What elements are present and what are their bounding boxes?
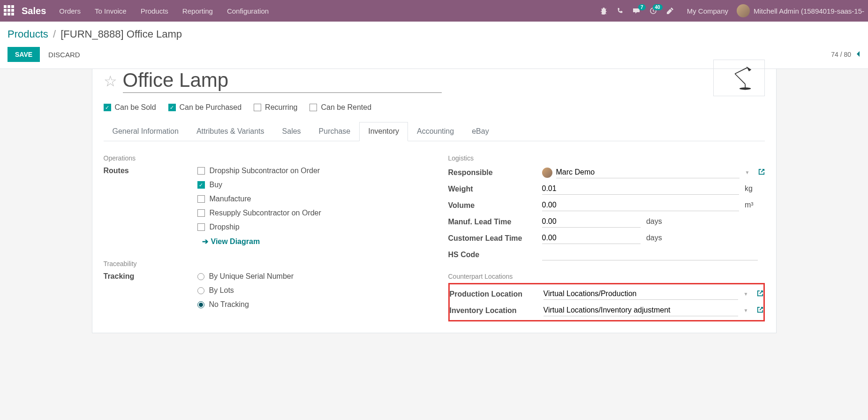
hscode-label: HS Code <box>448 251 542 259</box>
cust-lead-input[interactable] <box>542 232 641 244</box>
hscode-input[interactable] <box>542 249 758 260</box>
bug-icon[interactable] <box>600 7 607 15</box>
tab-accounting[interactable]: Accounting <box>408 122 463 141</box>
tracking-lots[interactable]: By Lots <box>197 286 420 295</box>
nav-brand[interactable]: Sales <box>22 6 46 16</box>
section-counterpart: Counterpart Locations <box>448 273 765 280</box>
checkbox-icon: ✓ <box>168 104 176 111</box>
checkbox-icon <box>254 104 261 111</box>
pager-prev-icon[interactable] <box>856 50 860 60</box>
volume-unit: m³ <box>745 201 754 209</box>
user-name: Mitchell Admin (15894019-saas-15- <box>754 7 864 15</box>
chevron-down-icon[interactable]: ▼ <box>744 291 748 297</box>
tracking-none[interactable]: No Tracking <box>197 300 420 309</box>
prod-loc-input[interactable] <box>543 288 738 300</box>
activities-icon[interactable]: 40 <box>649 7 657 15</box>
chevron-down-icon[interactable]: ▼ <box>744 308 748 313</box>
tracking-label: Tracking <box>104 272 197 281</box>
navbar: Sales Orders To Invoice Products Reporti… <box>0 0 868 22</box>
tab-purchase[interactable]: Purchase <box>310 122 360 141</box>
checkbox-icon: ✓ <box>197 181 205 189</box>
manuf-unit: days <box>646 217 662 225</box>
breadcrumb-products[interactable]: Products <box>8 28 48 40</box>
pager-text: 74 / 80 <box>831 51 851 58</box>
messages-icon[interactable]: 7 <box>633 7 640 15</box>
radio-icon <box>197 273 204 280</box>
apps-icon[interactable] <box>4 5 15 16</box>
checkbox-icon: ✓ <box>104 104 111 111</box>
phone-icon[interactable] <box>617 8 623 14</box>
route-resupply-sub[interactable]: Resupply Subcontractor on Order <box>197 209 420 217</box>
messages-badge: 7 <box>638 4 646 10</box>
chevron-down-icon[interactable]: ▼ <box>745 170 750 175</box>
route-dropship-sub-order[interactable]: Dropship Subcontractor on Order <box>197 167 420 175</box>
nav-orders[interactable]: Orders <box>59 7 81 15</box>
route-buy[interactable]: ✓ Buy <box>197 181 420 189</box>
nav-to-invoice[interactable]: To Invoice <box>95 7 127 15</box>
favorite-star-icon[interactable]: ☆ <box>104 72 117 90</box>
user-menu[interactable]: Mitchell Admin (15894019-saas-15- <box>737 4 864 17</box>
tracking-serial[interactable]: By Unique Serial Number <box>197 272 420 281</box>
cb-can-be-purchased[interactable]: ✓ Can be Purchased <box>168 103 242 112</box>
product-name-input[interactable] <box>123 69 442 93</box>
radio-icon <box>197 301 204 308</box>
checkbox-icon <box>309 104 317 111</box>
section-logistics: Logistics <box>448 154 765 162</box>
breadcrumb-current: [FURN_8888] Office Lamp <box>60 28 182 40</box>
cust-unit: days <box>646 234 662 242</box>
inv-loc-label: Inventory Location <box>450 306 543 315</box>
routes-label: Routes <box>104 167 197 175</box>
product-image[interactable] <box>713 60 765 96</box>
manuf-lead-label: Manuf. Lead Time <box>448 218 542 226</box>
checkbox-icon <box>197 209 205 217</box>
avatar <box>737 4 750 17</box>
weight-unit: kg <box>745 184 753 192</box>
volume-input[interactable] <box>542 199 739 211</box>
tabs: General Information Attributes & Variant… <box>104 122 765 141</box>
responsible-avatar <box>542 168 552 178</box>
section-operations: Operations <box>104 154 420 162</box>
external-link-icon[interactable] <box>758 168 765 176</box>
weight-input[interactable] <box>542 183 739 195</box>
route-dropship[interactable]: Dropship <box>197 223 420 231</box>
nav-products[interactable]: Products <box>141 7 168 15</box>
cust-lead-label: Customer Lead Time <box>448 234 542 243</box>
manuf-lead-input[interactable] <box>542 216 641 228</box>
arrow-right-icon: ➔ <box>202 237 208 246</box>
company-switcher[interactable]: My Company <box>687 7 728 15</box>
lamp-icon <box>723 64 755 92</box>
cb-can-be-sold[interactable]: ✓ Can be Sold <box>104 103 156 112</box>
discard-button[interactable]: DISCARD <box>48 51 80 59</box>
nav-reporting[interactable]: Reporting <box>182 7 213 15</box>
external-link-icon[interactable] <box>757 306 763 314</box>
svg-line-2 <box>735 74 745 84</box>
save-button[interactable]: SAVE <box>8 47 40 62</box>
svg-point-4 <box>739 87 751 90</box>
weight-label: Weight <box>448 185 542 193</box>
section-traceability: Traceability <box>104 260 420 267</box>
checkbox-icon <box>197 223 205 231</box>
cb-can-be-rented[interactable]: Can be Rented <box>309 103 371 112</box>
responsible-input[interactable] <box>556 167 740 178</box>
checkbox-icon <box>197 195 205 203</box>
tab-general[interactable]: General Information <box>104 122 188 141</box>
volume-label: Volume <box>448 201 542 210</box>
tools-icon[interactable] <box>666 7 674 15</box>
tab-sales[interactable]: Sales <box>273 122 310 141</box>
highlight-annotation: Production Location ▼ Inventory Location <box>448 283 765 321</box>
prod-loc-label: Production Location <box>450 290 543 298</box>
route-manufacture[interactable]: Manufacture <box>197 195 420 203</box>
view-diagram-link[interactable]: ➔ View Diagram <box>202 237 420 246</box>
external-link-icon[interactable] <box>757 290 763 298</box>
checkbox-icon <box>197 167 205 175</box>
tab-inventory[interactable]: Inventory <box>359 122 408 141</box>
radio-icon <box>197 287 204 294</box>
svg-line-3 <box>735 68 747 74</box>
responsible-label: Responsible <box>448 168 542 177</box>
tab-attributes[interactable]: Attributes & Variants <box>188 122 273 141</box>
inv-loc-input[interactable] <box>543 305 738 316</box>
form-sheet: ☆ ✓ Can be Sold ✓ Can be Purchased <box>92 69 777 333</box>
nav-configuration[interactable]: Configuration <box>227 7 269 15</box>
cb-recurring[interactable]: Recurring <box>254 103 297 112</box>
tab-ebay[interactable]: eBay <box>463 122 498 141</box>
